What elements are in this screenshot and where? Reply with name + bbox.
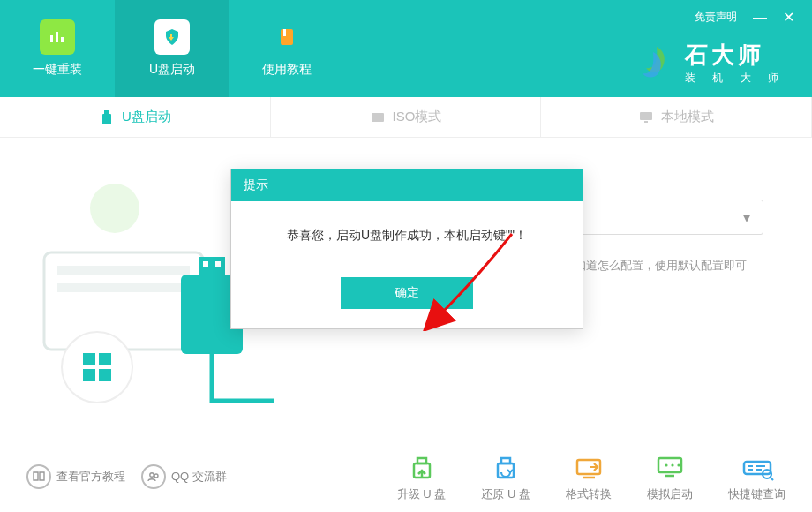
nav-tab-label: 使用教程	[262, 62, 312, 78]
brand-logo-icon	[637, 43, 676, 82]
brand: 石大师 装 机 大 师	[637, 40, 786, 86]
tool-restore-usb[interactable]: 还原 U 盘	[481, 451, 530, 502]
svg-rect-0	[50, 35, 53, 42]
svg-line-38	[770, 477, 773, 480]
tool-label: 格式转换	[566, 486, 612, 502]
tool-icon	[572, 451, 605, 481]
svg-rect-13	[57, 283, 190, 292]
svg-rect-7	[372, 113, 384, 122]
official-tutorial-link[interactable]: 查看官方教程	[26, 464, 125, 489]
nav-tab-usb-boot[interactable]: U盘启动	[115, 0, 229, 97]
tool-upgrade-usb[interactable]: 升级 U 盘	[397, 451, 447, 502]
svg-rect-1	[56, 32, 58, 42]
svg-rect-18	[99, 369, 111, 381]
subtab-label: U盘启动	[122, 109, 171, 125]
subtab-iso[interactable]: ISO模式	[271, 97, 542, 137]
svg-point-33	[665, 463, 667, 466]
svg-rect-16	[99, 353, 111, 365]
svg-point-34	[671, 463, 673, 466]
subtabs: U盘启动 ISO模式 本地模式	[0, 97, 812, 138]
nav-tab-reinstall[interactable]: 一键重装	[0, 0, 115, 97]
dialog-title: 提示	[231, 169, 583, 201]
svg-point-26	[154, 474, 158, 478]
close-button[interactable]: ✕	[783, 9, 794, 26]
tool-icon	[405, 451, 439, 481]
chevron-down-icon: ▾	[743, 209, 750, 226]
disclaimer-link[interactable]: 免责声明	[695, 10, 737, 25]
ok-button[interactable]: 确定	[341, 277, 473, 309]
svg-rect-17	[83, 369, 95, 381]
svg-rect-12	[57, 266, 190, 275]
footer-link-label: QQ 交流群	[171, 469, 227, 485]
usb-shield-icon	[154, 19, 190, 55]
subtab-local[interactable]: 本地模式	[541, 97, 812, 137]
users-icon	[141, 464, 166, 489]
subtab-label: ISO模式	[393, 109, 442, 125]
tool-icon	[489, 451, 523, 481]
usb-icon	[99, 109, 115, 125]
subtab-usb-boot[interactable]: U盘启动	[0, 97, 271, 137]
nav-tab-tutorial[interactable]: 使用教程	[229, 0, 344, 97]
svg-rect-36	[744, 462, 771, 474]
svg-point-10	[90, 184, 139, 233]
svg-rect-2	[61, 37, 64, 42]
svg-rect-28	[417, 458, 426, 463]
book-icon	[269, 19, 304, 55]
svg-point-14	[62, 332, 132, 403]
success-dialog: 提示 恭喜您，启动U盘制作成功，本机启动键""！ 确定	[230, 169, 583, 329]
svg-rect-3	[281, 29, 293, 45]
svg-rect-4	[283, 29, 286, 36]
svg-rect-5	[104, 110, 109, 114]
svg-rect-15	[83, 353, 95, 365]
svg-rect-9	[644, 121, 648, 123]
tool-simulate-boot[interactable]: 模拟启动	[647, 451, 693, 502]
tool-label: 模拟启动	[647, 486, 693, 502]
tool-icon	[653, 451, 687, 481]
footer: 查看官方教程 QQ 交流群 升级 U 盘还原 U 盘格式转换模拟启动快捷键查询	[0, 440, 812, 512]
minimize-button[interactable]: —	[753, 10, 767, 26]
nav-tab-label: 一键重装	[33, 62, 82, 78]
tool-hotkey-lookup[interactable]: 快捷键查询	[728, 451, 786, 502]
iso-icon	[370, 109, 386, 125]
subtab-label: 本地模式	[661, 109, 714, 125]
svg-rect-8	[640, 112, 652, 120]
svg-rect-20	[199, 257, 225, 278]
footer-link-label: 查看官方教程	[56, 469, 125, 485]
svg-rect-21	[203, 261, 208, 267]
brand-subtitle: 装 机 大 师	[685, 71, 786, 86]
bar-chart-icon	[40, 19, 75, 55]
qq-group-link[interactable]: QQ 交流群	[141, 464, 227, 489]
svg-rect-22	[215, 261, 221, 267]
nav-tab-label: U盘启动	[149, 62, 195, 78]
tool-label: 快捷键查询	[728, 486, 786, 502]
tool-icon	[741, 451, 774, 481]
svg-point-35	[677, 463, 680, 466]
book-open-icon	[26, 464, 51, 489]
tool-format-convert[interactable]: 格式转换	[566, 451, 612, 502]
brand-title: 石大师	[685, 40, 786, 71]
tool-label: 升级 U 盘	[397, 486, 447, 502]
tool-label: 还原 U 盘	[481, 486, 530, 502]
monitor-icon	[638, 109, 654, 125]
window-controls: 免责声明 — ✕	[695, 9, 794, 26]
dialog-message: 恭喜您，启动U盘制作成功，本机启动键""！	[231, 201, 583, 261]
svg-point-25	[150, 472, 154, 476]
svg-rect-30	[501, 458, 510, 463]
svg-rect-6	[102, 114, 111, 124]
header: 一键重装 U盘启动 使用教程 免责声明 — ✕ 石大师 装 机 大 师	[0, 0, 812, 97]
